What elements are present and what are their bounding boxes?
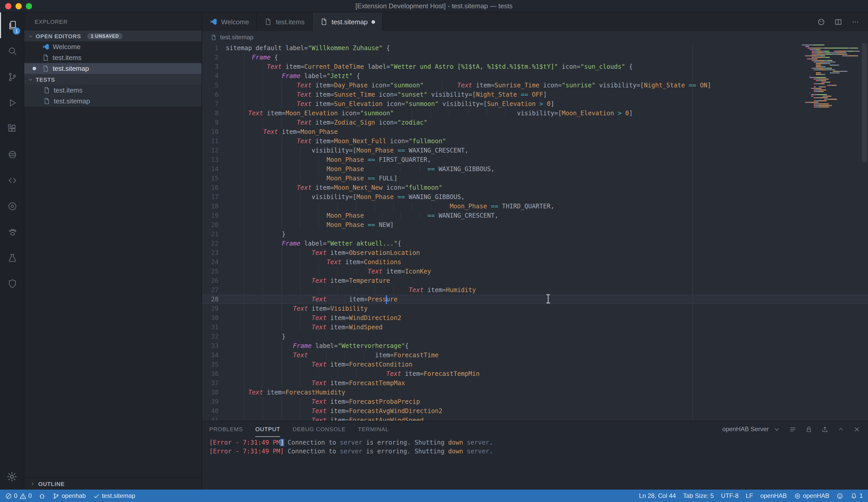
code-line[interactable]: 8 Text item=Moon_Elevation icon="sunmoon… [202, 109, 868, 118]
code-line[interactable]: 30 Text item=WindDirection2 [202, 313, 868, 323]
activity-item-source-control[interactable] [0, 64, 24, 90]
clear-output-icon[interactable] [789, 425, 797, 433]
code-line[interactable]: 22 Frame label="Wetter aktuell..."{ [202, 239, 868, 248]
maximize-panel-icon[interactable] [837, 425, 845, 433]
indentation-status[interactable]: Tab Size: 5 [683, 492, 714, 500]
open-editor-item[interactable]: test.sitemap [24, 63, 202, 74]
code-line[interactable]: 26 Text item=Temperature [202, 276, 868, 285]
code-line[interactable]: 31 Text item=WindSpeed [202, 323, 868, 332]
activity-item-search[interactable] [0, 38, 24, 64]
lock-icon[interactable] [805, 425, 813, 433]
close-button[interactable] [5, 3, 11, 9]
code-line[interactable]: 10 Text item=Moon_Phase [202, 127, 868, 137]
code-line[interactable]: 28 Text item=Pressure [202, 295, 868, 304]
code-line[interactable]: 37 Text item=ForecastTempMax [202, 379, 868, 388]
encoding-status[interactable]: UTF-8 [721, 492, 738, 500]
notifications-bell[interactable]: 1 [851, 492, 863, 500]
code-line[interactable]: 7 Text item=Sun_Elevation icon="sunmoon"… [202, 99, 868, 109]
problems-status[interactable]: 0 0 [5, 492, 32, 500]
code-line[interactable]: 39 Text item=ForecastProbaPrecip [202, 397, 868, 406]
file-tree-item[interactable]: test.sitemap [24, 96, 202, 107]
zoom-button[interactable] [26, 3, 32, 9]
outline-header[interactable]: OUTLINE [24, 477, 202, 490]
panel-tab-debug-console[interactable]: DEBUG CONSOLE [293, 421, 346, 437]
activity-item-explorer[interactable]: 1 [0, 12, 24, 38]
tab-welcome[interactable]: Welcome [202, 12, 257, 31]
code-line[interactable]: 11 Text item=Moon_Next_Full icon="fullmo… [202, 137, 868, 146]
cursor-position[interactable]: Ln 28, Col 44 [639, 492, 676, 500]
tab-test-sitemap[interactable]: test.sitemap [312, 12, 383, 31]
modified-dot-icon[interactable] [371, 20, 375, 23]
activity-item-remote-explorer[interactable] [0, 142, 24, 168]
manage-button[interactable] [0, 464, 24, 490]
tests-folder-label: TESTS [36, 76, 55, 82]
scrollbar-thumb[interactable] [862, 43, 867, 162]
code-line[interactable]: 40 Text item=ForecastAvgWindDirection2 [202, 406, 868, 416]
open-editors-header[interactable]: OPEN EDITORS 1 UNSAVED [24, 30, 202, 41]
activity-item-extensions[interactable] [0, 116, 24, 142]
language-mode[interactable]: openHAB [760, 492, 787, 500]
code-line[interactable]: 23 Text item=ObservationLocation [202, 248, 868, 258]
feedback-smiley[interactable] [837, 492, 844, 499]
code-line[interactable]: 2 Frame { [202, 53, 868, 62]
code-line[interactable]: 29 Text item=Visibility [202, 304, 868, 313]
code-line[interactable]: 15 Moon_Phase == FULL] [202, 174, 868, 183]
code-line[interactable]: 3 Text item=Current_DateTime label="Wett… [202, 62, 868, 71]
code-line[interactable]: 4 Frame label="Jetzt" { [202, 71, 868, 81]
openhab-server-status[interactable]: openHAB [794, 492, 829, 500]
more-actions-icon[interactable] [851, 17, 860, 26]
eol-status[interactable]: LF [746, 492, 753, 500]
code-line[interactable]: 16 Text item=Moon_Next_New icon="fullmoo… [202, 183, 868, 192]
code-line[interactable]: 36 Text item=ForecastTempMin [202, 369, 868, 379]
activity-item-openhab[interactable] [0, 193, 24, 219]
panel-tab-terminal[interactable]: TERMINAL [358, 421, 389, 437]
activity-item-security-shield[interactable] [0, 271, 24, 297]
branch-status[interactable]: openhab [53, 492, 86, 500]
code-line[interactable]: 20 Moon_Phase == NEW] [202, 220, 868, 230]
code-line[interactable]: 25 Text item=IconKey [202, 267, 868, 276]
panel-tab-output[interactable]: OUTPUT [255, 421, 280, 437]
activity-item-snippets[interactable] [0, 168, 24, 193]
panel-tab-problems[interactable]: PROBLEMS [209, 421, 243, 437]
code-line[interactable]: 34 Text item=ForecastTime [202, 351, 868, 360]
code-line[interactable]: 12 visibility=[Moon_Phase == WAXING_CRES… [202, 146, 868, 155]
code-line[interactable]: 6 Text item=Sunset_Time icon="sunset" vi… [202, 90, 868, 99]
validation-status[interactable]: test.sitemap [93, 492, 135, 500]
output-log[interactable]: [Error - 7:31:49 PM] Connection to serve… [202, 437, 868, 456]
activity-item-docker[interactable] [0, 219, 24, 245]
editor-scrollbar[interactable] [861, 43, 868, 421]
code-line[interactable]: 1sitemap default label="Willkommen Zuhau… [202, 43, 868, 53]
code-line[interactable]: 41 Text item=ForecastAvgWindSpeed [202, 416, 868, 421]
code-line[interactable]: 14 Moon_Phase == WAXING_GIBBOUS, [202, 164, 868, 174]
code-line[interactable]: 33 Frame label="Wettervorhersage"{ [202, 341, 868, 351]
home-status[interactable] [39, 492, 46, 499]
file-tree-item[interactable]: test.items [24, 85, 202, 96]
code-line[interactable]: 35 Text item=ForecastCondition [202, 360, 868, 369]
code-line[interactable]: 24 Text item=Conditions [202, 258, 868, 267]
code-line[interactable]: 32 } [202, 332, 868, 341]
output-channel-select[interactable]: openHAB Server [722, 425, 781, 433]
code-line[interactable]: 19 Moon_Phase == WANING_CRESCENT, [202, 211, 868, 220]
open-editor-item[interactable]: Welcome [24, 41, 202, 52]
code-line[interactable]: 13 Moon_Phase == FIRST_QUARTER, [202, 155, 868, 164]
breadcrumb[interactable]: test.sitemap [202, 31, 868, 43]
editor[interactable]: 1sitemap default label="Willkommen Zuhau… [202, 43, 868, 421]
tests-folder-header[interactable]: TESTS [24, 74, 202, 85]
code-line[interactable]: 21 } [202, 230, 868, 239]
tab-test-items[interactable]: test.items [257, 12, 312, 31]
activity-item-test-flask[interactable] [0, 245, 24, 271]
code-line[interactable]: 27 Text item=Humidity [202, 285, 868, 295]
code-line[interactable]: 17 visibility=[Moon_Phase == WANING_GIBB… [202, 192, 868, 202]
activity-item-run-debug[interactable] [0, 90, 24, 116]
code-line[interactable]: 9 Text item=Zodiac_Sign icon="zodiac" [202, 118, 868, 127]
code-line[interactable]: 5 Text item=Day_Phase icon="sunmoon" Tex… [202, 81, 868, 90]
split-editor-icon[interactable] [834, 17, 843, 26]
openhab-preview-icon[interactable] [817, 17, 826, 26]
code-line[interactable]: 38 Text item=ForecastHumidity [202, 388, 868, 397]
open-editor-item[interactable]: test.items [24, 52, 202, 63]
export-output-icon[interactable] [821, 425, 829, 433]
minimap[interactable] [802, 44, 860, 108]
close-panel-icon[interactable] [853, 425, 861, 433]
minimize-button[interactable] [16, 3, 22, 9]
code-line[interactable]: 18 Moon_Phase == THIRD_QUARTER, [202, 202, 868, 211]
